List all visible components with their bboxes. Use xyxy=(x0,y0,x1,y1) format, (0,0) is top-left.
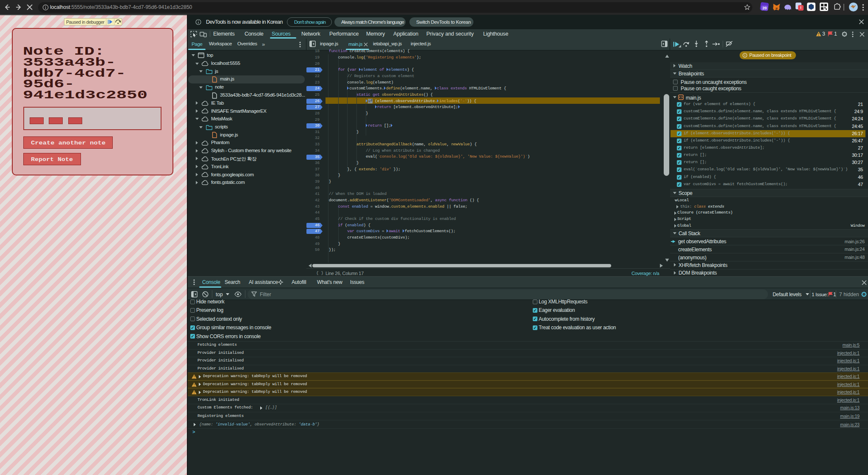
svg-text:Report Note: Report Note xyxy=(31,156,73,163)
svg-text:Create another note: Create another note xyxy=(31,140,106,146)
